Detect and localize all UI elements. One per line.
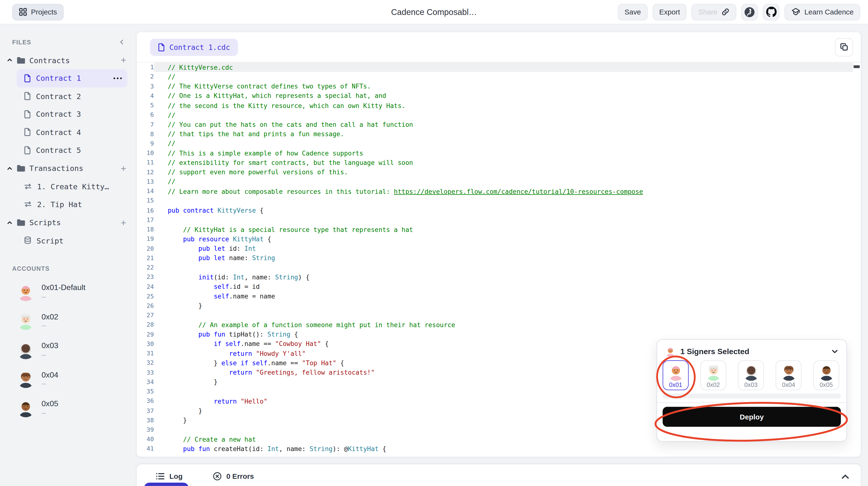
- code-line[interactable]: 15: [137, 196, 853, 206]
- folder-contracts[interactable]: Contracts +: [0, 51, 136, 69]
- projects-label: Projects: [31, 8, 57, 16]
- code-line[interactable]: 23 init(id: Int, name: String) {: [137, 272, 853, 282]
- community-button[interactable]: [741, 4, 758, 20]
- code-line[interactable]: 2//: [137, 72, 853, 82]
- folder-scripts[interactable]: Scripts +: [0, 213, 136, 232]
- code-line[interactable]: 27: [137, 311, 853, 320]
- editor-scrollbar-thumb[interactable]: [854, 65, 860, 68]
- signers-scrollbar-track[interactable]: [662, 393, 841, 398]
- account-row-0x05[interactable]: 0x05--: [0, 393, 136, 423]
- code-line[interactable]: 12// support even more powerful versions…: [137, 167, 853, 177]
- save-button[interactable]: Save: [618, 4, 648, 20]
- export-button[interactable]: Export: [652, 4, 686, 20]
- projects-button[interactable]: Projects: [12, 4, 64, 20]
- chevron-down-icon[interactable]: [831, 348, 839, 355]
- account-row-0x02[interactable]: 0x02--: [0, 306, 136, 335]
- signers-header[interactable]: 1 Signers Selected: [657, 340, 846, 360]
- sidebar-item-transaction-2[interactable]: 2. Tip Hat: [17, 195, 127, 213]
- add-transaction-button[interactable]: +: [121, 163, 126, 173]
- code-text: //: [154, 139, 853, 149]
- sidebar-item-contract-3[interactable]: Contract 3: [17, 105, 127, 123]
- signer-card-0x05[interactable]: 0x05: [813, 360, 839, 390]
- editor-panel: Contract 1.cdc 1// KittyVerse.cdc2//3// …: [136, 32, 862, 457]
- signer-card-0x01[interactable]: 0x01: [662, 360, 689, 390]
- signer-card-0x02[interactable]: 0x02: [700, 360, 726, 390]
- sidebar-item-contract-5[interactable]: Contract 5: [17, 141, 127, 159]
- sidebar-item-script[interactable]: Script: [17, 232, 127, 250]
- account-balance: --: [41, 351, 58, 359]
- line-number: 21: [137, 255, 154, 262]
- code-line[interactable]: 3// The KittyVerse contract defines two …: [137, 82, 853, 91]
- log-list-icon: [156, 472, 165, 480]
- top-actions: Save Export Share Learn Cadence: [618, 4, 868, 20]
- line-number: 8: [137, 130, 154, 138]
- code-line[interactable]: 26 }: [137, 301, 853, 311]
- code-line[interactable]: 13//: [137, 177, 853, 187]
- expand-panel-chevron-icon[interactable]: [841, 473, 850, 480]
- log-tab[interactable]: Log: [156, 472, 183, 480]
- github-button[interactable]: [763, 4, 779, 20]
- code-line[interactable]: 5// the second is the Kitty resource, wh…: [137, 101, 853, 110]
- code-line[interactable]: 11// extensibility for smart contracts, …: [137, 158, 853, 167]
- add-contract-button[interactable]: +: [121, 56, 126, 65]
- code-line[interactable]: 17: [137, 215, 853, 225]
- code-line[interactable]: 8// that tips the hat and prints a fun m…: [137, 129, 853, 139]
- code-line[interactable]: 4// One is a KittyHat, which represents …: [137, 91, 853, 101]
- sidebar-item-contract-1[interactable]: Contract 1: [17, 69, 127, 87]
- signer-card-0x04[interactable]: 0x04: [776, 360, 802, 390]
- errors-tab[interactable]: 0 Errors: [212, 472, 254, 481]
- code-line[interactable]: 16pub contract KittyVerse {: [137, 206, 853, 215]
- code-line[interactable]: 19 pub resource KittyHat {: [137, 234, 853, 244]
- line-number: 41: [137, 445, 154, 453]
- folder-transactions[interactable]: Transactions +: [0, 159, 136, 177]
- signer-list: 0x010x020x030x040x05: [657, 360, 846, 390]
- primary-action-button-partial[interactable]: [144, 483, 189, 486]
- account-row-0x01[interactable]: 0x01-Default--: [0, 277, 136, 306]
- line-number: 1: [137, 64, 154, 71]
- collapse-sidebar-icon[interactable]: [118, 39, 125, 45]
- sidebar-item-label: Contract 3: [36, 110, 81, 119]
- line-number: 3: [137, 83, 154, 90]
- code-line[interactable]: 6//: [137, 110, 853, 120]
- code-line[interactable]: 10// This is a simple example of how Cad…: [137, 149, 853, 158]
- line-number: 36: [137, 397, 154, 405]
- code-line[interactable]: 7// You can put the hats on the cats and…: [137, 120, 853, 129]
- sidebar-item-transaction-1[interactable]: 1. Create Kitty…: [17, 177, 127, 195]
- sidebar-item-contract-2[interactable]: Contract 2: [17, 87, 127, 105]
- code-line[interactable]: 9//: [137, 139, 853, 149]
- code-line[interactable]: 20 pub let id: Int: [137, 244, 853, 253]
- code-text: }: [154, 301, 853, 311]
- code-text: //: [154, 110, 853, 120]
- learn-cadence-label: Learn Cadence: [804, 8, 854, 16]
- copy-code-button[interactable]: [835, 38, 853, 56]
- sidebar-item-contract-4[interactable]: Contract 4: [17, 123, 127, 141]
- code-line[interactable]: 14// Learn more about composable resourc…: [137, 187, 853, 196]
- learn-cadence-button[interactable]: Learn Cadence: [784, 4, 860, 20]
- sidebar-item-label: Script: [37, 236, 64, 245]
- code-line[interactable]: 41 pub fun createHat(id: Int, name: Stri…: [137, 444, 853, 454]
- item-menu-button[interactable]: [113, 77, 122, 79]
- code-line[interactable]: 28 // An example of a function someone m…: [137, 320, 853, 330]
- tab-contract-1-cdc[interactable]: Contract 1.cdc: [150, 39, 238, 56]
- add-script-button[interactable]: +: [121, 218, 126, 227]
- files-header: FILES: [0, 38, 136, 46]
- code-line[interactable]: 24 self.id = id: [137, 282, 853, 292]
- code-line[interactable]: 22: [137, 263, 853, 272]
- signers-divider: [657, 402, 846, 403]
- code-line[interactable]: 29 pub fun tipHat(): String {: [137, 329, 853, 339]
- code-line[interactable]: 25 self.name = name: [137, 291, 853, 301]
- code-line[interactable]: 21 pub let name: String: [137, 253, 853, 263]
- errors-label: 0 Errors: [226, 472, 254, 480]
- signer-card-0x03[interactable]: 0x03: [738, 360, 764, 390]
- code-line[interactable]: 1// KittyVerse.cdc: [137, 62, 853, 72]
- link-icon: [721, 8, 730, 16]
- deploy-button[interactable]: Deploy: [662, 407, 841, 427]
- share-button[interactable]: Share: [692, 4, 736, 20]
- signer-address: 0x04: [782, 381, 795, 388]
- account-row-0x04[interactable]: 0x04--: [0, 364, 136, 394]
- account-row-0x03[interactable]: 0x03--: [0, 335, 136, 364]
- line-number: 19: [137, 235, 154, 243]
- export-label: Export: [659, 8, 680, 16]
- avatar: [17, 283, 35, 301]
- code-line[interactable]: 18 // KittyHat is a special resource typ…: [137, 225, 853, 234]
